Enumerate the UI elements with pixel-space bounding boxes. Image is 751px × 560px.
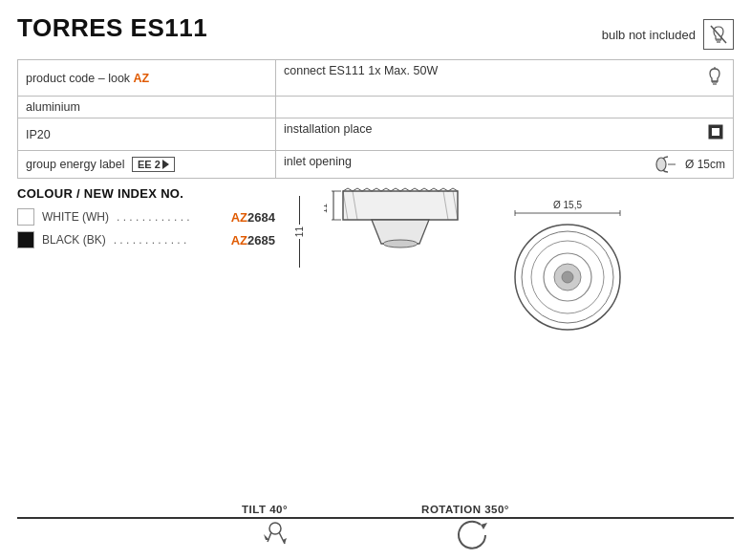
rotation-label: ROTATION 350° — [421, 504, 509, 515]
spec-row-3: IP20 installation place — [18, 118, 734, 151]
spec-inlet: inlet opening Ø 15cm — [276, 151, 734, 179]
dimension-side: 11 — [294, 186, 305, 268]
bottom-section: TILT 40° ROTATION 350° — [17, 504, 734, 552]
top-view-svg: Ø 15,5 — [496, 186, 639, 339]
colour-swatch-white — [17, 208, 34, 226]
height-dim-label: 11 — [294, 226, 305, 237]
colour-code-white: AZ2684 — [231, 210, 275, 225]
spec-material: aluminium — [18, 97, 276, 118]
spec-row-4: group energy label EE 2 inlet opening Ø … — [18, 151, 734, 179]
spec-ip: IP20 — [18, 118, 276, 151]
specs-table: product code – look AZ connect ES111 1x … — [17, 59, 734, 179]
az-prefix-black: AZ — [231, 233, 247, 248]
svg-rect-10 — [343, 191, 458, 220]
rotation-icon — [447, 521, 495, 552]
colour-name-black: BLACK (BK) — [42, 233, 106, 247]
bulb-note-text: bulb not included — [602, 28, 696, 42]
spec-energy: group energy label EE 2 — [18, 151, 276, 179]
colour-row-black: BLACK (BK) . . . . . . . . . . . . AZ268… — [17, 231, 275, 248]
spec-inlet-text: inlet opening — [284, 155, 352, 168]
bulb-info: bulb not included — [602, 19, 734, 50]
top-view-drawing: Ø 15,5 — [496, 186, 639, 339]
svg-text:11: 11 — [324, 204, 329, 213]
colour-dots-white: . . . . . . . . . . . . — [117, 210, 224, 224]
svg-point-29 — [562, 271, 573, 283]
spec-connect: connect ES111 1x Max. 50W — [276, 60, 734, 97]
svg-point-8 — [656, 158, 666, 171]
header: TORRES ES111 bulb not included — [17, 13, 734, 50]
colours-left: COLOUR / NEW INDEX NO. WHITE (WH) . . . … — [17, 186, 285, 339]
technical-drawings: 11 — [285, 186, 734, 339]
colours-section: COLOUR / NEW INDEX NO. WHITE (WH) . . . … — [17, 186, 734, 339]
inlet-icon — [654, 155, 681, 174]
inlet-diameter: Ø 15cm — [685, 158, 725, 171]
side-view-drawing: 11 — [324, 186, 477, 263]
colour-swatch-black — [17, 231, 34, 248]
bottom-labels: TILT 40° ROTATION 350° — [17, 504, 734, 515]
colour-row-white: WHITE (WH) . . . . . . . . . . . . AZ268… — [17, 208, 275, 226]
colour-code-black: AZ2685 — [231, 233, 275, 248]
bulb-icon — [703, 19, 734, 50]
spec-material-right — [276, 97, 734, 118]
tilt-label: TILT 40° — [242, 504, 288, 515]
colours-heading: COLOUR / NEW INDEX NO. — [17, 186, 275, 201]
spec-product-code: product code – look AZ — [18, 60, 276, 97]
az-label: AZ — [134, 72, 150, 85]
spec-row-2: aluminium — [18, 97, 734, 118]
colour-name-white: WHITE (WH) — [42, 210, 109, 224]
svg-rect-7 — [712, 128, 719, 136]
tilt-icon — [256, 521, 313, 552]
svg-point-15 — [383, 240, 418, 248]
bulb-type-icon — [704, 64, 725, 92]
spec-installation: installation place — [276, 118, 734, 151]
bottom-icons — [17, 521, 734, 552]
product-code-label: product code – look — [26, 72, 130, 85]
inlet-info: Ø 15cm — [654, 155, 725, 174]
side-view-svg: 11 — [324, 186, 477, 263]
installation-icon — [706, 122, 725, 146]
az-prefix-white: AZ — [231, 210, 247, 225]
page-container: TORRES ES111 bulb not included product c… — [0, 0, 751, 560]
svg-text:Ø 15,5: Ø 15,5 — [553, 200, 582, 210]
colour-dots-black: . . . . . . . . . . . . — [114, 233, 224, 247]
dim-height: 11 — [294, 196, 305, 268]
product-title: TORRES ES111 — [17, 13, 207, 43]
energy-arrow-icon — [162, 160, 169, 169]
bottom-line — [17, 517, 734, 519]
energy-badge: EE 2 — [132, 157, 175, 172]
spec-row-1: product code – look AZ connect ES111 1x … — [18, 60, 734, 97]
